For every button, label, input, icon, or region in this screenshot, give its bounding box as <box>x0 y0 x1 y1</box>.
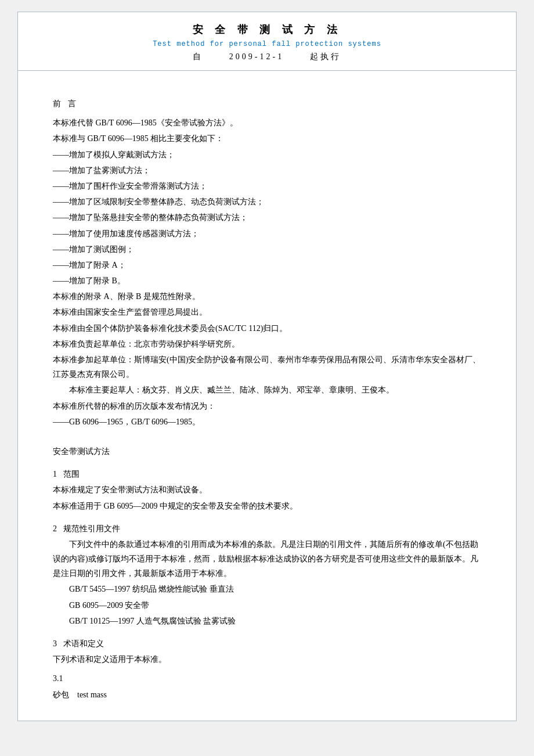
page-container: 安 全 带 测 试 方 法 Test method for personal f… <box>17 12 517 721</box>
section1-title: 范围 <box>63 470 80 478</box>
subsection-3-1-term: 砂包 test mass <box>53 687 481 702</box>
preface-item-5: ——增加了使用加速度传感器测试方法； <box>53 226 481 241</box>
ref-item-0: GB/T 5455—1997 纺织品 燃烧性能试验 垂直法 <box>53 582 481 596</box>
section1-heading: 1 范围 <box>53 467 481 481</box>
section2-intro: 下列文件中的条款通过本标准的引用而成为本标准的条款。凡是注日期的引用文件，其随后… <box>53 537 481 581</box>
preface-history-item: ——GB 6096—1965，GB/T 6096—1985。 <box>53 415 481 429</box>
section2-heading: 2 规范性引用文件 <box>53 521 481 536</box>
section1-block: 1 范围 本标准规定了安全带测试方法和测试设备。 本标准适用于 GB 6095—… <box>53 467 481 513</box>
preface-para-history: 本标准所代替的标准的历次版本发布情况为： <box>53 399 481 413</box>
preface-item-1: ——增加了盐雾测试方法； <box>53 163 481 178</box>
preface-title: 前 言 <box>53 96 481 111</box>
main-title: 安 全 带 测 试 方 法 <box>41 23 493 37</box>
main-doc-title: 安全带测试方法 <box>53 444 481 459</box>
preface-item-8: ——增加了附录 B。 <box>53 273 481 288</box>
section1-para-0: 本标准规定了安全带测试方法和测试设备。 <box>53 483 481 497</box>
preface-para-propose: 本标准由国家安全生产监督管理总局提出。 <box>53 305 481 319</box>
effective-date: 自 2009-12-1 起执行 <box>41 52 493 62</box>
preface-para-0: 本标准代替 GB/T 6096—1985《安全带试验方法》。 <box>53 116 481 130</box>
preface-para-1: 本标准与 GB/T 6096—1985 相比主要变化如下： <box>53 131 481 146</box>
preface-item-2: ——增加了围杆作业安全带滑落测试方法； <box>53 179 481 193</box>
preface-para-committee: 本标准由全国个体防护装备标准化技术委员会(SAC/TC 112)归口。 <box>53 321 481 336</box>
preface-block: 前 言 本标准代替 GB/T 6096—1985《安全带试验方法》。 本标准与 … <box>53 96 481 429</box>
section3-heading: 3 术语和定义 <box>53 636 481 651</box>
preface-item-7: ——增加了附录 A； <box>53 258 481 272</box>
ref-item-2: GB/T 10125—1997 人造气氛腐蚀试验 盐雾试验 <box>53 614 481 628</box>
section1-para-1: 本标准适用于 GB 6095—2009 中规定的安全带及安全带的技术要求。 <box>53 499 481 513</box>
term-en: test mass <box>77 690 107 699</box>
content-section: 前 言 本标准代替 GB/T 6096—1985《安全带试验方法》。 本标准与 … <box>18 71 516 721</box>
section1-number: 1 <box>53 470 57 478</box>
preface-para-responsible: 本标准负责起草单位：北京市劳动保护科学研究所。 <box>53 337 481 351</box>
subsection-3-1-number: 3.1 <box>53 671 481 686</box>
preface-item-4: ——增加了坠落悬挂安全带的整体静态负荷测试方法； <box>53 210 481 225</box>
preface-para-authors: 本标准主要起草人：杨文芬、肖义庆、臧兰兰、陆冰、陈焯为、邓宝举、章康明、王俊本。 <box>53 383 481 397</box>
section3-number: 3 <box>53 639 57 648</box>
effective-label: 自 <box>193 52 203 61</box>
main-doc-title-block: 安全带测试方法 <box>53 444 481 459</box>
subsection-3-1: 3.1 砂包 test mass <box>53 671 481 701</box>
section3-title: 术语和定义 <box>63 639 104 648</box>
section2-block: 2 规范性引用文件 下列文件中的条款通过本标准的引用而成为本标准的条款。凡是注日… <box>53 521 481 628</box>
section3-intro: 下列术语和定义适用于本标准。 <box>53 652 481 667</box>
ref-item-1: GB 6095—2009 安全带 <box>53 598 481 613</box>
header-section: 安 全 带 测 试 方 法 Test method for personal f… <box>18 12 516 71</box>
preface-item-0: ——增加了模拟人穿戴测试方法； <box>53 147 481 162</box>
date-value: 2009-12-1 <box>229 52 284 61</box>
subtitle: Test method for personal fall protection… <box>41 40 493 48</box>
effective-suffix: 起执行 <box>310 52 341 61</box>
section2-title: 规范性引用文件 <box>63 524 120 533</box>
preface-item-6: ——增加了测试图例； <box>53 242 481 257</box>
preface-item-3: ——增加了区域限制安全带整体静态、动态负荷测试方法； <box>53 195 481 209</box>
term-zh: 砂包 <box>53 690 69 699</box>
section3-block: 3 术语和定义 下列术语和定义适用于本标准。 3.1 砂包 test mass <box>53 636 481 702</box>
preface-para-participating: 本标准参加起草单位：斯博瑞安(中国)安全防护设备有限公司、泰州市华泰劳保用品有限… <box>53 352 481 381</box>
section2-number: 2 <box>53 524 57 533</box>
preface-para-annex: 本标准的附录 A、附录 B 是规范性附录。 <box>53 289 481 304</box>
